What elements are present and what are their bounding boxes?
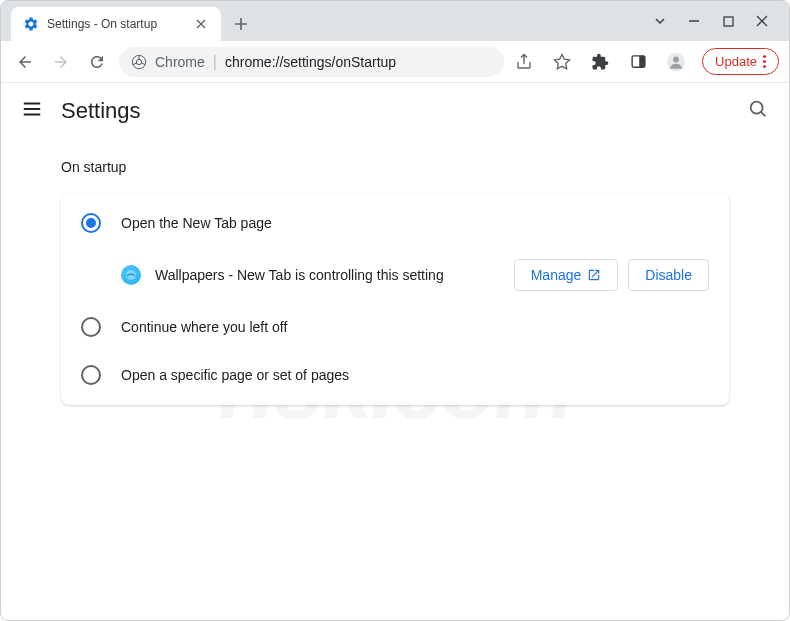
radio-icon	[81, 317, 101, 337]
close-tab-icon[interactable]	[193, 16, 209, 32]
disable-label: Disable	[645, 267, 692, 283]
extensions-icon[interactable]	[588, 50, 612, 74]
omnibox-scheme: Chrome	[155, 54, 205, 70]
extension-notice-row: Wallpapers - New Tab is controlling this…	[61, 247, 729, 303]
chevron-down-icon[interactable]	[653, 14, 667, 28]
window-titlebar: Settings - On startup	[1, 1, 789, 41]
open-external-icon	[587, 268, 601, 282]
manage-button[interactable]: Manage	[514, 259, 619, 291]
menu-icon[interactable]	[21, 98, 43, 124]
gear-icon	[23, 16, 39, 32]
new-tab-button[interactable]	[227, 10, 255, 38]
settings-header: Settings	[1, 83, 789, 139]
more-menu-icon	[763, 55, 766, 68]
profile-avatar-icon[interactable]	[664, 50, 688, 74]
page-title: Settings	[61, 98, 141, 124]
svg-rect-4	[639, 56, 645, 67]
sidepanel-icon[interactable]	[626, 50, 650, 74]
bookmark-star-icon[interactable]	[550, 50, 574, 74]
radio-option-new-tab[interactable]: Open the New Tab page	[61, 199, 729, 247]
address-bar[interactable]: Chrome | chrome://settings/onStartup	[119, 47, 504, 77]
minimize-icon[interactable]	[687, 14, 701, 28]
back-button[interactable]	[11, 48, 39, 76]
disable-button[interactable]: Disable	[628, 259, 709, 291]
omnibox-url: chrome://settings/onStartup	[225, 54, 396, 70]
radio-label: Open a specific page or set of pages	[121, 367, 349, 383]
radio-option-continue[interactable]: Continue where you left off	[61, 303, 729, 351]
svg-point-6	[673, 56, 679, 62]
forward-button[interactable]	[47, 48, 75, 76]
toolbar-actions: Update	[512, 48, 779, 75]
update-button[interactable]: Update	[702, 48, 779, 75]
close-window-icon[interactable]	[755, 14, 769, 28]
chrome-icon	[131, 54, 147, 70]
browser-tab[interactable]: Settings - On startup	[11, 7, 221, 41]
radio-icon	[81, 213, 101, 233]
svg-point-2	[136, 59, 141, 64]
extension-app-icon	[121, 265, 141, 285]
radio-label: Continue where you left off	[121, 319, 287, 335]
share-icon[interactable]	[512, 50, 536, 74]
manage-label: Manage	[531, 267, 582, 283]
maximize-icon[interactable]	[721, 14, 735, 28]
svg-point-7	[751, 102, 763, 114]
update-label: Update	[715, 54, 757, 69]
omnibox-separator: |	[213, 53, 217, 71]
tab-title: Settings - On startup	[47, 17, 185, 31]
radio-option-specific-pages[interactable]: Open a specific page or set of pages	[61, 351, 729, 399]
svg-rect-0	[724, 17, 733, 26]
browser-toolbar: Chrome | chrome://settings/onStartup Upd…	[1, 41, 789, 83]
radio-icon	[81, 365, 101, 385]
startup-card: Open the New Tab page Wallpapers - New T…	[61, 193, 729, 405]
settings-content: On startup Open the New Tab page Wallpap…	[1, 139, 789, 425]
extension-notice-text: Wallpapers - New Tab is controlling this…	[155, 267, 500, 283]
window-controls	[653, 1, 781, 41]
search-icon[interactable]	[747, 98, 769, 124]
section-title: On startup	[61, 159, 729, 175]
radio-label: Open the New Tab page	[121, 215, 272, 231]
reload-button[interactable]	[83, 48, 111, 76]
